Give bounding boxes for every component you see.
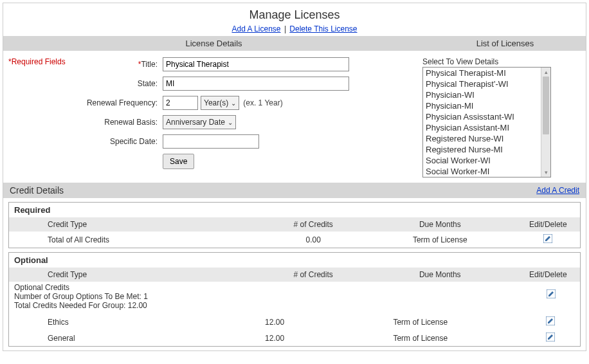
table-row: Total of All Credits0.00Term of License xyxy=(9,232,580,248)
table-row: General12.00Term of License xyxy=(9,330,580,346)
edit-icon[interactable] xyxy=(546,316,555,325)
col-due-months: Due Months xyxy=(364,217,516,232)
list-item[interactable]: Physician-MI xyxy=(423,100,541,111)
license-list-header: List of Licenses xyxy=(424,39,586,48)
add-credit-link[interactable]: Add A Credit xyxy=(536,186,579,195)
col-edit-delete: Edit/Delete xyxy=(516,217,580,232)
credit-details-label: Credit Details xyxy=(10,185,64,196)
title-input[interactable] xyxy=(163,57,349,71)
scroll-thumb[interactable] xyxy=(543,77,549,134)
cell-due-months: Term of License xyxy=(364,232,516,248)
list-item[interactable]: Physician Assistant-MI xyxy=(423,122,541,133)
list-item[interactable]: Social Worker-WI xyxy=(423,155,541,166)
optional-credits-block: Optional Credit Type # of Credits Due Mo… xyxy=(8,252,581,347)
page-header: Manage Licenses Add A License | Delete T… xyxy=(3,3,586,36)
renewal-basis-label: Renewal Basis: xyxy=(86,118,163,127)
title-label: *Title: xyxy=(86,60,163,69)
credit-details-bar: Credit Details Add A Credit xyxy=(3,183,586,198)
specific-date-label: Specific Date: xyxy=(86,137,163,146)
required-credits-block: Required Credit Type # of Credits Due Mo… xyxy=(8,202,581,248)
state-label: State: xyxy=(86,79,163,88)
edit-icon[interactable] xyxy=(547,289,556,298)
list-item[interactable]: Physician-WI xyxy=(423,89,541,100)
edit-icon[interactable] xyxy=(543,234,552,243)
listbox-label: Select To View Details xyxy=(422,57,581,66)
cell-edit xyxy=(520,330,580,346)
section-headers-bar: License Details List of Licenses xyxy=(3,36,586,51)
cell-edit xyxy=(516,232,580,248)
table-row: Ethics12.00Term of License xyxy=(9,314,580,330)
col-credit-type: Credit Type xyxy=(9,268,262,282)
col-num-credits: # of Credits xyxy=(262,268,364,282)
renewal-frequency-label: Renewal Frequency: xyxy=(86,98,163,107)
cell-due-months: Term of License xyxy=(320,330,520,346)
optional-group-info: Optional Credits Number of Group Options… xyxy=(9,282,580,314)
cell-num-credits: 12.00 xyxy=(229,330,320,346)
license-form: *Title: State: Renewal Frequency: Year(s… xyxy=(86,57,420,174)
cell-credit-type: Ethics xyxy=(9,314,229,330)
col-due-months: Due Months xyxy=(364,268,516,282)
optional-title: Optional xyxy=(9,253,580,268)
scroll-up-icon[interactable]: ▴ xyxy=(541,68,550,77)
renewal-basis-select[interactable]: Anniversary Date ⌄ xyxy=(163,115,236,129)
scroll-down-icon[interactable]: ▾ xyxy=(541,168,550,177)
license-listbox[interactable]: Physical Therapist-MIPhysical Therapist'… xyxy=(422,67,551,177)
specific-date-input[interactable] xyxy=(163,134,259,149)
col-credit-type: Credit Type xyxy=(9,217,262,232)
renewal-frequency-hint: (ex. 1 Year) xyxy=(243,98,282,107)
header-links: Add A License | Delete This License xyxy=(3,24,586,33)
required-fields-label: *Required Fields xyxy=(8,57,86,66)
page-title: Manage Licenses xyxy=(3,8,586,22)
list-item[interactable]: Social Worker-MI xyxy=(423,166,541,177)
cell-due-months: Term of License xyxy=(320,314,520,330)
list-item[interactable]: Physical Therapist'-WI xyxy=(423,78,541,89)
license-details-header: License Details xyxy=(3,39,424,48)
list-item[interactable]: Registered Nurse-MI xyxy=(423,144,541,155)
separator: | xyxy=(284,24,286,33)
list-item[interactable]: Physician Assisstant-WI xyxy=(423,111,541,122)
cell-credit-type: Total of All Credits xyxy=(9,232,262,248)
scrollbar[interactable]: ▴ ▾ xyxy=(541,68,550,177)
edit-icon[interactable] xyxy=(546,332,555,341)
group-header: Optional Credits xyxy=(14,283,575,292)
cell-num-credits: 0.00 xyxy=(262,232,364,248)
save-button[interactable]: Save xyxy=(163,154,194,169)
group-line1: Number of Group Options To Be Met: 1 xyxy=(14,292,575,301)
group-line2: Total Credits Needed For Group: 12.00 xyxy=(14,301,575,310)
col-num-credits: # of Credits xyxy=(262,217,364,232)
renewal-frequency-unit-select[interactable]: Year(s) ⌄ xyxy=(201,96,239,110)
delete-license-link[interactable]: Delete This License xyxy=(289,24,357,33)
state-input[interactable] xyxy=(163,77,349,91)
cell-num-credits: 12.00 xyxy=(229,314,320,330)
cell-credit-type: General xyxy=(9,330,229,346)
chevron-down-icon: ⌄ xyxy=(228,119,233,126)
col-edit-delete: Edit/Delete xyxy=(516,268,580,282)
chevron-down-icon: ⌄ xyxy=(231,100,236,107)
list-item[interactable]: Physical Therapist-MI xyxy=(423,68,541,78)
cell-edit xyxy=(520,314,580,330)
required-title: Required xyxy=(9,203,580,217)
list-item[interactable]: Registered Nurse-WI xyxy=(423,133,541,144)
renewal-frequency-input[interactable] xyxy=(163,96,198,110)
add-license-link[interactable]: Add A License xyxy=(231,24,280,33)
